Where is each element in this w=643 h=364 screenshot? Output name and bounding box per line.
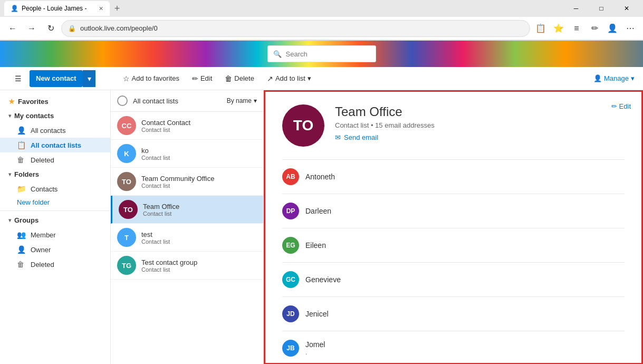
contact-list-item[interactable]: CC Contact Contact Contact list	[111, 112, 263, 140]
refresh-button[interactable]: ↻	[42, 20, 59, 37]
reading-view-button[interactable]: 📋	[532, 20, 549, 37]
new-tab-button[interactable]: +	[110, 1, 124, 16]
member-divider	[282, 228, 625, 228]
contact-name: ko	[141, 147, 257, 155]
all-contact-lists-filter-label: All contact lists	[133, 97, 227, 105]
main-layout: ★ Favorites ▾ My contacts 👤 All contacts…	[0, 90, 643, 364]
detail-header: TO Team Office Contact list • 15 email a…	[282, 104, 625, 147]
favorites-button[interactable]: ⭐	[550, 20, 567, 37]
edit-toolbar-button[interactable]: ✏ Edit	[188, 72, 216, 85]
contact-info: Team Community Office Contact list	[141, 175, 257, 189]
manage-icon: 👤	[593, 74, 602, 82]
contact-type: Contact list	[141, 155, 257, 161]
member-item[interactable]: DP Darleen	[282, 198, 625, 224]
chevron-down-icon-groups: ▾	[8, 217, 11, 223]
sidebar-section-favorites[interactable]: ★ Favorites	[0, 94, 110, 109]
sidebar-section-folders[interactable]: ▾ Folders	[0, 167, 110, 181]
sidebar-item-all-contact-lists[interactable]: 📋 All contact lists	[0, 138, 110, 152]
edit-button[interactable]: ✏	[586, 20, 603, 37]
trash-icon: 🗑	[17, 156, 25, 164]
sidebar-item-groups-deleted[interactable]: 🗑 Deleted	[0, 257, 110, 272]
member-avatar: JD	[282, 305, 299, 322]
member-name: Genevieve	[305, 275, 341, 284]
my-contacts-label: My contacts	[14, 112, 54, 120]
sidebar-section-groups[interactable]: ▾ Groups	[0, 213, 110, 227]
member-name: Jomel	[305, 340, 325, 349]
add-favorites-button[interactable]: ☆ Add to favorites	[119, 72, 184, 85]
contact-list-item[interactable]: TO Team Community Office Contact list	[111, 168, 263, 196]
sidebar: ★ Favorites ▾ My contacts 👤 All contacts…	[0, 90, 111, 364]
member-item[interactable]: JB Jomel .	[282, 336, 625, 361]
star-icon: ☆	[123, 74, 130, 83]
detail-avatar: TO	[282, 104, 324, 147]
contact-avatar: TO	[119, 200, 138, 219]
tab-close-button[interactable]: ✕	[99, 5, 103, 12]
delete-toolbar-button[interactable]: 🗑 Delete	[220, 72, 258, 85]
member-info: Genevieve	[305, 275, 341, 284]
contact-list-item[interactable]: TG Test contact group Contact list	[111, 252, 263, 280]
contact-type: Contact list	[141, 238, 257, 245]
sidebar-item-owner[interactable]: 👤 Owner	[0, 242, 110, 257]
back-button[interactable]: ←	[4, 20, 21, 37]
contact-list-item[interactable]: K ko Contact list	[111, 140, 263, 168]
sidebar-section-my-contacts[interactable]: ▾ My contacts	[0, 109, 110, 123]
member-item[interactable]: EG Eileen	[282, 233, 625, 258]
list-icon: 📋	[17, 141, 25, 149]
contact-type: Contact list	[143, 210, 257, 217]
tab-favicon: 👤	[11, 5, 18, 12]
member-avatar: GC	[282, 271, 299, 288]
all-contact-lists-label: All contact lists	[31, 141, 81, 149]
manage-dropdown-icon: ▾	[631, 74, 635, 82]
new-contact-dropdown-button[interactable]: ▾	[83, 70, 95, 87]
close-button[interactable]: ✕	[615, 0, 639, 17]
new-folder-link[interactable]: New folder	[0, 196, 110, 208]
forward-button[interactable]: →	[23, 20, 40, 37]
sidebar-item-member[interactable]: 👥 Member	[0, 227, 110, 242]
select-all-checkbox[interactable]	[117, 95, 128, 106]
contact-info: Test contact group Contact list	[141, 258, 257, 273]
contact-list-item[interactable]: T test Contact list	[111, 224, 263, 252]
minimize-button[interactable]: ─	[564, 0, 588, 17]
contact-name: Test contact group	[141, 258, 257, 266]
add-to-list-button[interactable]: ↗ Add to list ▾	[263, 72, 315, 85]
sidebar-item-all-contacts[interactable]: 👤 All contacts	[0, 123, 110, 138]
sidebar-item-deleted[interactable]: 🗑 Deleted	[0, 152, 110, 167]
search-input[interactable]	[286, 50, 370, 58]
new-contact-button[interactable]: New contact	[30, 70, 83, 87]
tab-title: People - Louie James -	[22, 5, 87, 12]
member-list: AB Antoneth DP Darleen EG Eileen GC Gene…	[282, 159, 625, 364]
sidebar-item-contacts[interactable]: 📁 Contacts	[0, 181, 110, 196]
member-item[interactable]: JD Jenicel	[282, 301, 625, 327]
collections-button[interactable]: ≡	[568, 20, 585, 37]
search-bar[interactable]: 🔍	[267, 45, 376, 62]
manage-button[interactable]: 👤 Manage ▾	[593, 74, 635, 82]
add-list-icon: ↗	[267, 74, 273, 83]
member-avatar: EG	[282, 237, 299, 254]
all-contacts-label: All contacts	[31, 127, 65, 135]
search-icon: 🔍	[273, 50, 282, 58]
add-list-dropdown-icon: ▾	[308, 74, 311, 82]
browser-tab[interactable]: 👤 People - Louie James - ✕	[4, 1, 110, 16]
edit-label: Edit	[200, 74, 212, 82]
sort-button[interactable]: By name ▾	[227, 97, 257, 104]
deleted-label: Deleted	[31, 156, 54, 164]
contact-name: Team Office	[143, 203, 257, 210]
sort-label: By name	[227, 97, 252, 104]
contact-list-item[interactable]: TO Team Office Contact list	[111, 196, 263, 224]
settings-more-button[interactable]: ⋯	[622, 20, 639, 37]
contact-avatar: T	[117, 228, 136, 247]
member-divider	[282, 262, 625, 263]
contacts-folder-label: Contacts	[31, 185, 57, 193]
member-item[interactable]: AB Antoneth	[282, 164, 625, 189]
groups-trash-icon: 🗑	[17, 260, 25, 269]
maximize-button[interactable]: □	[589, 0, 613, 17]
edit-top-button[interactable]: ✏ Edit	[611, 102, 631, 110]
folders-label: Folders	[14, 170, 39, 178]
member-item[interactable]: GC Genevieve	[282, 267, 625, 292]
owner-label: Owner	[31, 246, 51, 254]
send-email-link[interactable]: ✉ Send email	[335, 133, 378, 141]
profile-button[interactable]: 👤	[604, 20, 621, 37]
new-contact-label: New contact	[36, 74, 76, 82]
address-bar[interactable]: 🔒 outlook.live.com/people/0	[61, 20, 530, 37]
hamburger-button[interactable]: ☰	[8, 69, 27, 88]
